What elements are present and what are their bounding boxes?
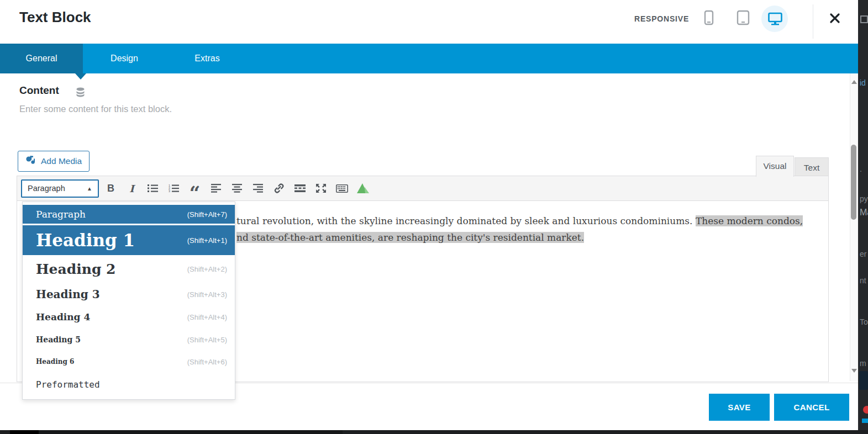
modal-scrollbar[interactable] — [850, 73, 858, 381]
background-bottom-strip-dark — [10, 430, 39, 434]
tab-design[interactable]: Design — [83, 44, 166, 73]
chevron-up-icon: ▲ — [87, 186, 92, 192]
add-media-button[interactable]: Add Media — [18, 151, 90, 172]
background-text-fragment: py — [860, 194, 868, 203]
blockquote-icon: “ — [190, 190, 201, 195]
align-center-button[interactable] — [228, 179, 246, 197]
keyboard-icon — [336, 184, 348, 193]
align-left-button[interactable] — [207, 179, 225, 197]
dropdown-item-preformatted[interactable]: Preformatted — [23, 372, 235, 396]
fullscreen-icon — [316, 184, 326, 193]
tab-general[interactable]: General — [0, 44, 83, 73]
avada-button[interactable] — [354, 179, 372, 197]
section-heading: Content — [19, 84, 59, 97]
editor-toolbar: Paragraph ▲ B I 123 “ — [17, 176, 828, 201]
bold-icon: B — [107, 183, 114, 194]
background-window-icon — [860, 15, 868, 23]
text-block-modal: Text Block RESPONSIVE General Design Ext… — [0, 0, 868, 434]
tablet-icon — [737, 10, 750, 28]
add-media-icon — [25, 155, 36, 167]
dropdown-item-heading-5[interactable]: Heading 5(Shift+Alt+5) — [23, 328, 235, 351]
svg-text:3: 3 — [169, 189, 170, 193]
scrollbar-thumb[interactable] — [851, 145, 856, 220]
background-text-fragment: m — [860, 359, 866, 368]
desktop-preview-button[interactable] — [761, 6, 788, 32]
italic-button[interactable]: I — [123, 179, 141, 197]
add-media-label: Add Media — [41, 156, 82, 166]
keyboard-shortcuts-button[interactable] — [333, 179, 351, 197]
dropdown-item-heading-1[interactable]: Heading 1(Shift+Alt+1) — [23, 225, 235, 255]
background-bottom-strip-darker — [39, 430, 343, 434]
content-line-1: tural revolution, with the skyline incre… — [236, 215, 803, 226]
tablet-preview-button[interactable] — [734, 9, 753, 28]
close-button[interactable] — [827, 11, 843, 28]
mobile-preview-button[interactable] — [699, 9, 718, 28]
numbered-list-button[interactable]: 123 — [165, 179, 183, 197]
align-center-icon — [232, 184, 242, 193]
italic-icon: I — [129, 183, 134, 194]
tab-extras[interactable]: Extras — [166, 44, 249, 73]
blockquote-button[interactable]: “ — [186, 179, 204, 197]
selected-text: nd state-of-the-art amenities, are resha… — [236, 232, 584, 243]
desktop-icon — [768, 12, 782, 28]
dropdown-item-heading-3[interactable]: Heading 3(Shift+Alt+3) — [23, 283, 235, 306]
background-red-dot — [863, 406, 868, 414]
read-more-button[interactable] — [291, 179, 309, 197]
format-select-value: Paragraph — [28, 184, 65, 193]
mobile-icon — [704, 10, 714, 28]
dropdown-item-paragraph[interactable]: Paragraph(Shift+Alt+7) — [23, 205, 235, 225]
save-button[interactable]: SAVE — [709, 394, 770, 421]
fullscreen-button[interactable] — [312, 179, 330, 197]
responsive-label: RESPONSIVE — [634, 14, 689, 23]
read-more-icon — [294, 184, 306, 192]
align-left-icon — [211, 184, 221, 193]
background-button-edge — [859, 371, 868, 390]
background-text-fragment: . — [860, 165, 862, 173]
background-text-fragment: nt — [860, 276, 866, 285]
format-select[interactable]: Paragraph ▲ — [21, 179, 99, 198]
selected-text: These modern condos, — [696, 215, 803, 226]
section-description: Enter some content for this text block. — [19, 104, 172, 114]
align-right-icon — [253, 184, 263, 193]
active-tab-caret — [75, 73, 86, 85]
modal-header — [0, 0, 858, 44]
numbered-list-icon: 123 — [169, 184, 180, 193]
scrollbar-up-arrow-icon[interactable] — [851, 77, 857, 84]
link-button[interactable] — [270, 179, 288, 197]
background-text-fragment: To — [860, 317, 868, 326]
bold-button[interactable]: B — [102, 179, 120, 197]
tab-visual[interactable]: Visual — [756, 156, 794, 177]
background-text-fragment: id — [860, 78, 866, 87]
dropdown-item-heading-2[interactable]: Heading 2(Shift+Alt+2) — [23, 255, 235, 283]
align-right-button[interactable] — [249, 179, 267, 197]
cancel-button[interactable]: CANCEL — [774, 394, 849, 421]
close-icon — [829, 13, 840, 26]
background-text-fragment: Ma — [860, 208, 868, 218]
link-icon — [273, 183, 285, 193]
content-line-2: nd state-of-the-art amenities, are resha… — [236, 232, 584, 243]
bulleted-list-button[interactable] — [144, 179, 162, 197]
tab-text[interactable]: Text — [795, 157, 829, 177]
dropdown-item-heading-4[interactable]: Heading 4(Shift+Alt+4) — [23, 306, 235, 328]
dropdown-item-heading-6[interactable]: Heading 6(Shift+Alt+6) — [23, 351, 235, 372]
scrollbar-down-arrow-icon[interactable] — [851, 369, 857, 375]
avada-icon — [357, 183, 369, 193]
header-divider — [813, 4, 813, 39]
background-text-fragment: er — [860, 250, 866, 258]
format-dropdown-menu: Paragraph(Shift+Alt+7) Heading 1(Shift+A… — [22, 202, 235, 400]
dynamic-data-icon[interactable] — [76, 87, 85, 99]
page-title: Text Block — [19, 9, 91, 26]
background-blue-corner — [862, 419, 868, 423]
bulleted-list-icon — [148, 184, 159, 193]
